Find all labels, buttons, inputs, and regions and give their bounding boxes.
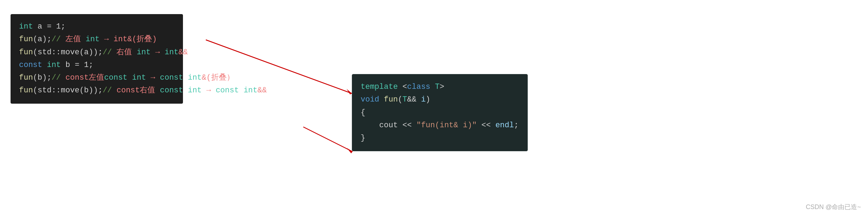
- rcode-line-3: {: [361, 106, 519, 119]
- right-code-block: template <class T> void fun(T&& i) { cou…: [352, 74, 528, 151]
- svg-line-2: [303, 127, 353, 152]
- rcode-line-2: void fun(T&& i): [361, 93, 519, 106]
- rcode-line-5: }: [361, 132, 519, 145]
- code-line-4: const int b = 1;: [19, 59, 175, 72]
- code-line-3: fun(std::move(a));// 右值 int → int&&: [19, 46, 175, 59]
- left-code-block: int a = 1; fun(a);// 左值 int → int&(折叠) f…: [11, 14, 183, 104]
- rcode-line-1: template <class T>: [361, 81, 519, 93]
- code-line-2: fun(a);// 左值 int → int&(折叠): [19, 33, 175, 46]
- rcode-line-4: cout << "fun(int& i)" << endl;: [361, 119, 519, 132]
- watermark: CSDN @命由已造~: [806, 203, 861, 211]
- code-line-1: int a = 1;: [19, 20, 175, 33]
- code-line-6: fun(std::move(b));// const右值 const int →…: [19, 84, 175, 97]
- svg-line-0: [206, 40, 352, 93]
- code-line-5: fun(b);// const左值const int → const int&(…: [19, 72, 175, 84]
- svg-marker-1: [347, 89, 352, 94]
